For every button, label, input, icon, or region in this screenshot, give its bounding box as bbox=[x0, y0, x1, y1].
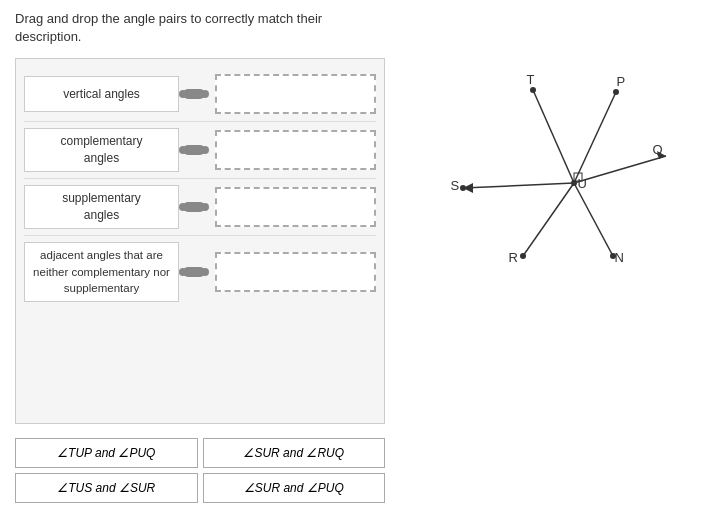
svg-line-0 bbox=[533, 90, 574, 183]
label-P: P bbox=[617, 74, 626, 89]
label-S: S bbox=[451, 178, 460, 193]
drop-zones-list: vertical angles complementaryangles supp… bbox=[15, 58, 385, 424]
instructions: Drag and drop the angle pairs to correct… bbox=[15, 10, 355, 46]
svg-line-2 bbox=[574, 156, 666, 183]
label-adjacent: adjacent angles that are neither complem… bbox=[24, 242, 179, 302]
row-complementary: complementaryangles bbox=[24, 122, 376, 179]
svg-line-1 bbox=[574, 92, 616, 183]
drag-card-4-text: ∠SUR and ∠PUQ bbox=[244, 481, 344, 495]
svg-point-10 bbox=[530, 87, 536, 93]
label-vertical: vertical angles bbox=[24, 76, 179, 112]
drag-card-1-text: ∠TUP and ∠PUQ bbox=[57, 446, 155, 460]
connector-icon-adjacent bbox=[183, 267, 205, 277]
drag-card-4[interactable]: ∠SUR and ∠PUQ bbox=[203, 473, 386, 503]
drop-target-complementary[interactable] bbox=[215, 130, 376, 170]
row-vertical: vertical angles bbox=[24, 67, 376, 122]
label-R: R bbox=[509, 250, 518, 265]
connector-icon-vertical bbox=[183, 89, 205, 99]
drag-card-3[interactable]: ∠TUS and ∠SUR bbox=[15, 473, 198, 503]
drag-card-3-text: ∠TUS and ∠SUR bbox=[57, 481, 155, 495]
label-supplementary: supplementaryangles bbox=[24, 185, 179, 229]
connector-icon-supplementary bbox=[183, 202, 205, 212]
svg-line-7 bbox=[574, 183, 613, 256]
connector-icon-complementary bbox=[183, 145, 205, 155]
drag-card-1[interactable]: ∠TUP and ∠PUQ bbox=[15, 438, 198, 468]
svg-point-13 bbox=[520, 253, 526, 259]
label-N: N bbox=[615, 250, 624, 265]
drop-target-vertical[interactable] bbox=[215, 74, 376, 114]
row-supplementary: supplementaryangles bbox=[24, 179, 376, 236]
main-container: Drag and drop the angle pairs to correct… bbox=[0, 0, 711, 513]
drag-card-2-text: ∠SUR and ∠RUQ bbox=[243, 446, 344, 460]
row-adjacent: adjacent angles that are neither complem… bbox=[24, 236, 376, 308]
label-Q: Q bbox=[653, 142, 663, 157]
svg-line-4 bbox=[463, 183, 574, 188]
left-panel: vertical angles complementaryangles supp… bbox=[15, 58, 385, 503]
drop-target-supplementary[interactable] bbox=[215, 187, 376, 227]
connector-vertical bbox=[179, 89, 209, 99]
drag-cards-area: ∠TUP and ∠PUQ ∠SUR and ∠RUQ ∠TUS and ∠SU… bbox=[15, 438, 385, 503]
drag-card-2[interactable]: ∠SUR and ∠RUQ bbox=[203, 438, 386, 468]
connector-supplementary bbox=[179, 202, 209, 212]
label-T: T bbox=[527, 72, 535, 87]
svg-point-12 bbox=[460, 185, 466, 191]
content-area: vertical angles complementaryangles supp… bbox=[15, 58, 696, 503]
connector-adjacent bbox=[179, 267, 209, 277]
svg-line-6 bbox=[523, 183, 574, 256]
drop-target-adjacent[interactable] bbox=[215, 252, 376, 292]
right-panel: T P Q U S R N bbox=[385, 58, 696, 503]
svg-point-11 bbox=[613, 89, 619, 95]
label-complementary: complementaryangles bbox=[24, 128, 179, 172]
diagram: T P Q U S R N bbox=[421, 68, 671, 308]
connector-complementary bbox=[179, 145, 209, 155]
label-U: U bbox=[578, 176, 587, 191]
